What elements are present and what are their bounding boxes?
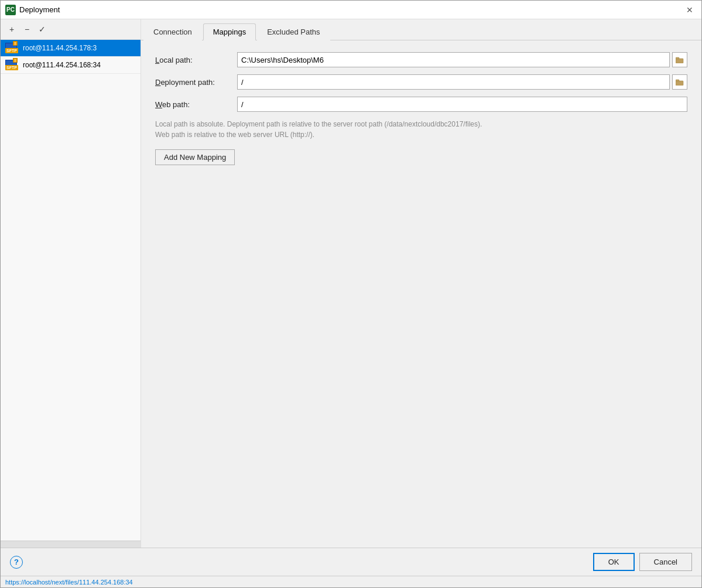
svg-rect-1 xyxy=(676,57,679,59)
status-text: https://localhost/next/files/111.44.254.… xyxy=(5,579,133,586)
local-path-input[interactable] xyxy=(237,52,670,67)
deployment-path-row: Deployment path: xyxy=(155,74,687,90)
deployment-path-wrap xyxy=(237,74,687,90)
dialog-title: Deployment xyxy=(19,5,60,14)
add-server-button[interactable]: + xyxy=(5,23,18,36)
main-content: + − ✓ ! SFTP root@111.44.254.178:3 xyxy=(1,19,701,548)
help-button[interactable]: ? xyxy=(10,556,23,569)
sftp-icon-2: ! SFTP xyxy=(5,60,19,70)
tab-bar: Connection Mappings Excluded Paths xyxy=(141,19,701,40)
tab-connection[interactable]: Connection xyxy=(143,23,202,40)
sidebar-item-server1[interactable]: ! SFTP root@111.44.254.178:3 xyxy=(1,40,141,57)
sidebar-toolbar: + − ✓ xyxy=(1,19,141,40)
deployment-dialog: PC Deployment ✕ + − ✓ ! SFTP xyxy=(0,0,702,588)
web-path-input[interactable] xyxy=(237,97,687,112)
deployment-path-label: Deployment path: xyxy=(155,78,237,87)
web-path-row: Web path: xyxy=(155,97,687,112)
confirm-server-button[interactable]: ✓ xyxy=(36,23,49,36)
svg-rect-3 xyxy=(676,80,679,81)
local-path-row: Local path: xyxy=(155,52,687,67)
deployment-path-input[interactable] xyxy=(237,74,670,90)
cancel-button[interactable]: Cancel xyxy=(639,553,692,571)
tab-mappings[interactable]: Mappings xyxy=(203,23,256,40)
server1-label: root@111.44.254.178:3 xyxy=(23,44,97,52)
title-bar: PC Deployment ✕ xyxy=(1,1,701,19)
app-icon: PC xyxy=(5,5,16,15)
web-path-wrap xyxy=(237,97,687,112)
right-panel: Connection Mappings Excluded Paths Local… xyxy=(141,19,701,548)
sidebar: + − ✓ ! SFTP root@111.44.254.178:3 xyxy=(1,19,141,548)
close-button[interactable]: ✕ xyxy=(683,3,697,17)
server-list: ! SFTP root@111.44.254.178:3 ! SFTP root… xyxy=(1,40,141,541)
server2-label: root@111.44.254.168:34 xyxy=(23,61,101,69)
local-path-wrap xyxy=(237,52,687,67)
sidebar-item-server2[interactable]: ! SFTP root@111.44.254.168:34 xyxy=(1,57,141,74)
tab-content-mappings: Local path: D xyxy=(141,40,701,548)
local-path-browse-button[interactable] xyxy=(672,52,687,67)
sidebar-scrollbar[interactable] xyxy=(1,541,141,548)
title-bar-left: PC Deployment xyxy=(5,5,60,15)
mappings-help-text: Local path is absolute. Deployment path … xyxy=(155,119,682,140)
ok-button[interactable]: OK xyxy=(593,553,635,571)
remove-server-button[interactable]: − xyxy=(20,23,33,36)
bottom-bar: ? OK Cancel xyxy=(1,548,701,576)
status-bar: https://localhost/next/files/111.44.254.… xyxy=(1,576,701,587)
deployment-path-browse-button[interactable] xyxy=(672,74,687,90)
tab-excluded-paths[interactable]: Excluded Paths xyxy=(257,23,330,40)
bottom-left: ? xyxy=(10,556,23,569)
sftp-icon-1: ! SFTP xyxy=(5,43,19,53)
web-path-label: Web path: xyxy=(155,100,237,109)
add-new-mapping-button[interactable]: Add New Mapping xyxy=(155,149,235,165)
bottom-right: OK Cancel xyxy=(593,553,692,571)
local-path-label: Local path: xyxy=(155,56,237,64)
